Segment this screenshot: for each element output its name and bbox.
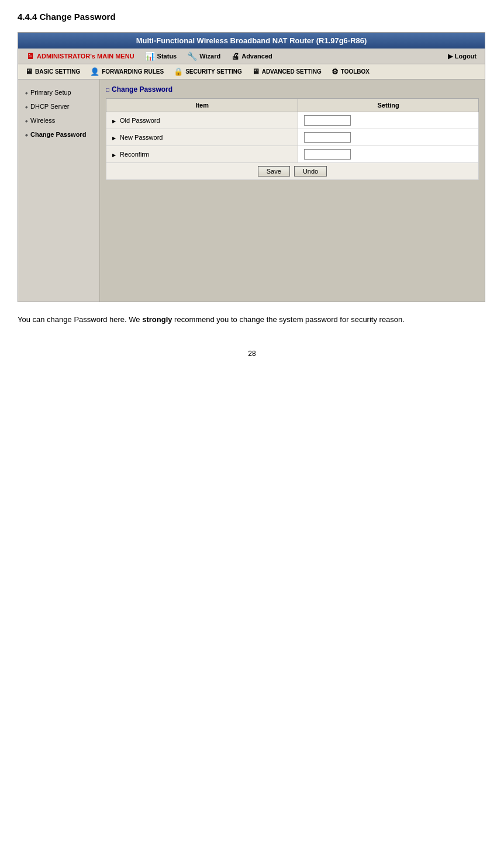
old-password-input[interactable] [304,115,351,126]
row-arrow-icon: ▶ [112,153,116,158]
sub-nav: 🖥 BASIC SETTING 👤 FORWARDING RULES 🔒 SEC… [18,64,485,79]
description-paragraph: You can change Password here. We strongl… [18,314,486,326]
col-header-setting: Setting [298,99,479,112]
reconfirm-input[interactable] [304,149,351,160]
admin-icon: 🖥 [26,51,34,61]
sidebar-item-wireless[interactable]: Wireless [18,113,99,127]
row-arrow-icon: ▶ [112,119,116,124]
page-number: 28 [18,350,486,358]
description-block: You can change Password here. We strongl… [18,314,486,326]
change-password-table: Item Setting ▶ Old Password [106,98,479,180]
description-strong-text: strongly [142,315,172,324]
button-cell: Save Undo [106,163,479,180]
sidebar-change-password-label: Change Password [30,131,86,138]
subnav-basic-label: BASIC SETTING [35,68,80,75]
subnav-security[interactable]: 🔒 SECURITY SETTING [169,65,247,78]
subnav-toolbox-label: TOOLBOX [341,68,370,75]
subnav-advanced-label: ADVANCED SETTING [262,68,322,75]
table-row: ▶ New Password [106,129,479,146]
advanced-icon: 🖨 [231,51,239,61]
nav-item-status[interactable]: 📊 Status [140,50,182,62]
new-password-setting-cell [298,129,479,146]
subnav-toolbox[interactable]: ⚙ TOOLBOX [327,65,374,78]
sidebar-dhcp-label: DHCP Server [30,103,69,110]
logout-arrow-icon: ▶ [448,53,453,60]
status-icon: 📊 [145,51,155,61]
save-button[interactable]: Save [258,166,290,177]
new-password-input[interactable] [304,132,351,143]
router-header: Multi-Functional Wireless Broadband NAT … [18,33,485,49]
subnav-forwarding[interactable]: 👤 FORWARDING RULES [85,65,168,78]
sidebar-wireless-label: Wireless [30,117,55,124]
reconfirm-setting-cell [298,146,479,163]
row-arrow-icon: ▶ [112,136,116,141]
router-header-text: Multi-Functional Wireless Broadband NAT … [136,36,367,45]
section-title-text: Change Password [112,85,172,94]
sidebar: Primary Setup DHCP Server Wireless Chang… [18,79,100,302]
router-ui: Multi-Functional Wireless Broadband NAT … [18,32,485,302]
nav-admin-label: ADMINISTRATOR's MAIN MENU [37,53,134,60]
description-text-before: You can change Password here. We [18,315,142,324]
reconfirm-label: Reconfirm [120,151,149,158]
basic-setting-icon: 🖥 [25,67,33,76]
subnav-basic[interactable]: 🖥 BASIC SETTING [20,65,85,78]
nav-item-wizard[interactable]: 🔧 Wizard [182,50,225,62]
security-icon: 🔒 [174,67,183,76]
advanced-setting-icon: 🖥 [252,67,260,76]
col-header-item: Item [106,99,298,112]
subnav-advanced[interactable]: 🖥 ADVANCED SETTING [247,65,326,78]
nav-logout-label: Logout [455,53,477,60]
description-text-after: recommend you to change the system passw… [172,315,405,324]
subnav-forwarding-label: FORWARDING RULES [102,68,164,75]
new-password-label: New Password [120,134,163,141]
content-area: Primary Setup DHCP Server Wireless Chang… [18,79,485,302]
table-row: ▶ Reconfirm [106,146,479,163]
section-title: Change Password [106,85,479,94]
nav-item-advanced[interactable]: 🖨 Advanced [226,50,277,62]
main-content-panel: Change Password Item Setting ▶ Old Passw… [100,79,485,302]
old-password-setting-cell [298,112,479,129]
table-row: ▶ Old Password [106,112,479,129]
nav-status-label: Status [157,53,177,60]
subnav-security-label: SECURITY SETTING [185,68,242,75]
undo-button[interactable]: Undo [294,166,327,177]
nav-item-logout[interactable]: ▶ Logout [443,51,481,61]
main-nav: 🖥 ADMINISTRATOR's MAIN MENU 📊 Status 🔧 W… [18,49,485,64]
wizard-icon: 🔧 [187,51,197,61]
forwarding-icon: 👤 [90,67,99,76]
sidebar-item-primary-setup[interactable]: Primary Setup [18,85,99,99]
old-password-label: Old Password [120,117,160,124]
button-row: Save Undo [106,163,479,180]
nav-advanced-label: Advanced [241,53,272,60]
toolbox-icon: ⚙ [332,67,339,76]
sidebar-item-change-password[interactable]: Change Password [18,127,99,141]
page-title: 4.4.4 Change Password [18,12,486,22]
nav-item-admin[interactable]: 🖥 ADMINISTRATOR's MAIN MENU [22,50,139,62]
page-number-text: 28 [248,350,256,358]
nav-wizard-label: Wizard [199,53,220,60]
sidebar-item-dhcp-server[interactable]: DHCP Server [18,99,99,113]
new-password-label-cell: ▶ New Password [106,129,298,146]
sidebar-primary-setup-label: Primary Setup [30,89,71,96]
old-password-label-cell: ▶ Old Password [106,112,298,129]
reconfirm-label-cell: ▶ Reconfirm [106,146,298,163]
